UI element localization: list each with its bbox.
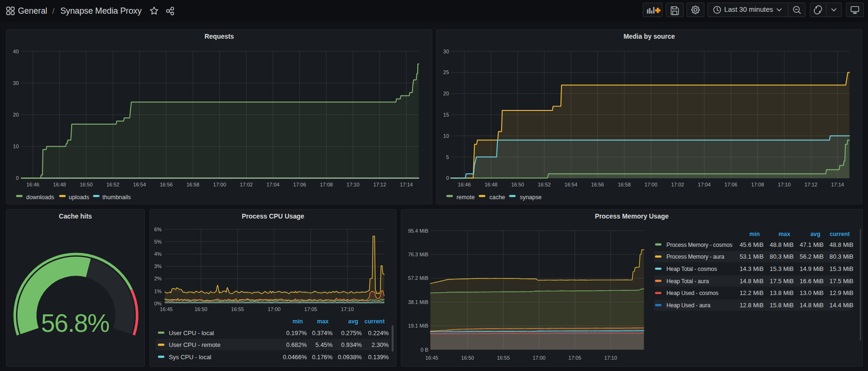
svg-text:17:08: 17:08 — [320, 182, 332, 187]
svg-text:16:50: 16:50 — [195, 306, 207, 312]
svg-text:0.197%: 0.197% — [286, 329, 307, 336]
svg-text:Process CPU Usage: Process CPU Usage — [242, 212, 305, 219]
svg-text:16:54: 16:54 — [133, 182, 146, 187]
svg-text:16.6 MiB: 16.6 MiB — [800, 277, 824, 284]
svg-text:30: 30 — [13, 80, 19, 86]
svg-text:min: min — [749, 230, 760, 237]
svg-text:0.682%: 0.682% — [286, 341, 307, 348]
svg-text:15: 15 — [443, 112, 449, 118]
svg-text:downloads: downloads — [26, 194, 54, 201]
svg-text:17:02: 17:02 — [240, 182, 253, 187]
svg-text:avg: avg — [810, 230, 820, 237]
svg-text:16:52: 16:52 — [107, 182, 119, 187]
svg-text:Last 30 minutes: Last 30 minutes — [724, 6, 773, 13]
svg-text:Sys CPU - local: Sys CPU - local — [169, 353, 211, 360]
svg-text:20: 20 — [443, 91, 449, 96]
svg-text:0.139%: 0.139% — [368, 353, 389, 360]
svg-text:17:12: 17:12 — [373, 182, 386, 187]
svg-text:16:56: 16:56 — [160, 182, 173, 187]
svg-text:16:58: 16:58 — [187, 182, 199, 187]
svg-text:16:45: 16:45 — [425, 355, 438, 361]
svg-text:current: current — [829, 230, 850, 237]
svg-text:16:50: 16:50 — [511, 182, 524, 187]
svg-text:17:08: 17:08 — [751, 182, 764, 187]
svg-text:14.3 MiB: 14.3 MiB — [739, 265, 763, 272]
svg-text:15.3 MiB: 15.3 MiB — [769, 265, 794, 272]
svg-text:17:06: 17:06 — [725, 182, 737, 187]
svg-text:min: min — [292, 318, 303, 325]
svg-text:10: 10 — [443, 133, 449, 139]
svg-text:47.1 MiB: 47.1 MiB — [800, 241, 824, 248]
svg-text:Cache hits: Cache hits — [59, 212, 92, 220]
svg-text:30: 30 — [443, 49, 449, 54]
svg-text:16:55: 16:55 — [496, 355, 509, 361]
svg-text:Heap Total - cosmos: Heap Total - cosmos — [666, 265, 717, 272]
svg-text:Heap Total - aura: Heap Total - aura — [666, 278, 709, 284]
svg-text:0: 0 — [446, 175, 449, 181]
svg-text:12.8 MiB: 12.8 MiB — [739, 302, 763, 309]
svg-text:16:46: 16:46 — [26, 182, 39, 187]
svg-text:17:05: 17:05 — [304, 306, 317, 312]
svg-text:48.8 MiB: 48.8 MiB — [829, 241, 853, 248]
svg-text:17:00: 17:00 — [213, 182, 226, 187]
svg-text:76.3 MiB: 76.3 MiB — [408, 252, 428, 257]
svg-text:17.5 MiB: 17.5 MiB — [829, 277, 853, 284]
svg-text:17:04: 17:04 — [266, 182, 279, 187]
svg-text:Process Memory - aura: Process Memory - aura — [666, 253, 724, 260]
svg-text:17.5 MiB: 17.5 MiB — [769, 277, 794, 284]
svg-text:25: 25 — [443, 69, 449, 75]
svg-text:current: current — [364, 318, 385, 325]
svg-text:95.4 MiB: 95.4 MiB — [408, 228, 428, 233]
svg-text:19.1 MiB: 19.1 MiB — [408, 323, 428, 329]
svg-text:uploads: uploads — [69, 194, 90, 201]
svg-text:User CPU - remote: User CPU - remote — [169, 341, 221, 348]
svg-text:13.0 MiB: 13.0 MiB — [800, 289, 824, 296]
svg-text:0.0466%: 0.0466% — [283, 353, 307, 360]
svg-text:16:56: 16:56 — [591, 182, 604, 187]
svg-text:5%: 5% — [154, 238, 162, 244]
svg-text:0%: 0% — [154, 300, 162, 306]
svg-text:6%: 6% — [154, 226, 162, 232]
svg-text:45.6 MiB: 45.6 MiB — [739, 241, 763, 248]
svg-text:0: 0 — [16, 175, 19, 181]
svg-text:0.176%: 0.176% — [312, 353, 333, 360]
svg-text:17:04: 17:04 — [698, 182, 711, 187]
svg-text:80.3 MiB: 80.3 MiB — [829, 253, 853, 260]
svg-text:14.9 MiB: 14.9 MiB — [800, 265, 824, 272]
svg-text:16:50: 16:50 — [80, 182, 92, 187]
svg-text:17:02: 17:02 — [671, 182, 684, 187]
svg-text:max: max — [317, 318, 329, 325]
svg-text:16:50: 16:50 — [461, 355, 474, 361]
svg-text:synapse: synapse — [520, 194, 541, 201]
svg-text:16:58: 16:58 — [618, 182, 630, 187]
svg-text:Synapse Media Proxy: Synapse Media Proxy — [60, 6, 141, 16]
svg-text:57.2 MiB: 57.2 MiB — [408, 275, 428, 281]
svg-text:0.934%: 0.934% — [341, 341, 362, 348]
svg-text:56.2 MiB: 56.2 MiB — [800, 253, 824, 260]
svg-text:1%: 1% — [154, 288, 162, 294]
svg-text:2%: 2% — [154, 276, 162, 281]
svg-text:0.374%: 0.374% — [312, 329, 333, 336]
svg-text:3%: 3% — [154, 263, 162, 269]
svg-text:17:05: 17:05 — [568, 355, 581, 361]
svg-text:Requests: Requests — [205, 33, 234, 40]
svg-text:17:10: 17:10 — [778, 182, 791, 187]
svg-text:Process Memory Usage: Process Memory Usage — [595, 212, 669, 219]
svg-text:16:48: 16:48 — [485, 182, 497, 187]
svg-text:/: / — [52, 7, 55, 15]
svg-text:5: 5 — [446, 154, 449, 160]
svg-text:13.8 MiB: 13.8 MiB — [769, 289, 794, 296]
svg-text:12.9 MiB: 12.9 MiB — [829, 289, 853, 296]
svg-text:5.45%: 5.45% — [315, 341, 333, 348]
svg-text:12.2 MiB: 12.2 MiB — [739, 289, 763, 296]
svg-text:0.275%: 0.275% — [341, 329, 362, 336]
svg-text:Process Memory - cosmos: Process Memory - cosmos — [666, 241, 732, 248]
svg-text:14.8 MiB: 14.8 MiB — [739, 277, 763, 284]
svg-text:0.224%: 0.224% — [368, 329, 389, 336]
svg-text:14.4 MiB: 14.4 MiB — [829, 302, 853, 309]
svg-text:17:10: 17:10 — [341, 306, 354, 312]
svg-text:40: 40 — [13, 49, 19, 54]
svg-text:2.30%: 2.30% — [372, 341, 389, 348]
svg-text:remote: remote — [456, 194, 475, 201]
svg-text:15.8 MiB: 15.8 MiB — [769, 302, 794, 309]
